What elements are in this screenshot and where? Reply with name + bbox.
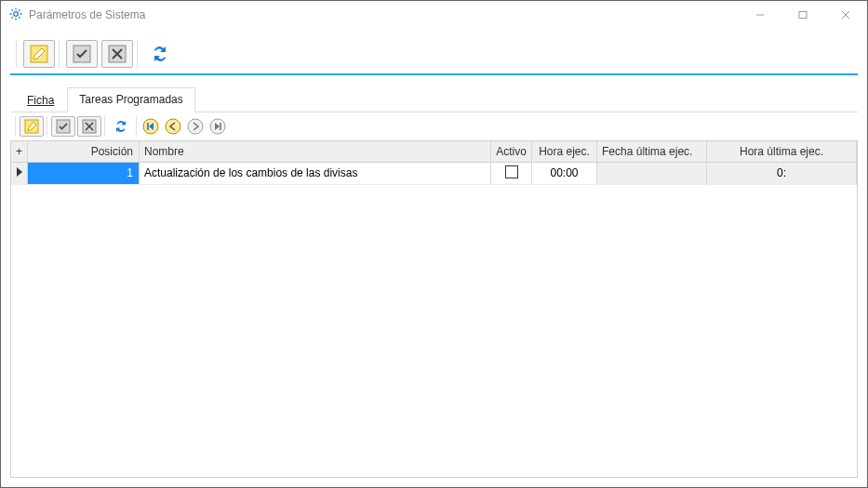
col-posicion[interactable]: Posición (28, 141, 140, 162)
col-hora-ultima[interactable]: Hora última ejec. (707, 141, 857, 162)
window-controls (739, 1, 867, 29)
minimize-button[interactable] (739, 1, 781, 29)
svg-rect-1 (799, 12, 807, 19)
toolbar-separator (137, 40, 139, 68)
tab-tareas[interactable]: Tareas Programadas (67, 87, 194, 112)
col-nombre[interactable]: Nombre (140, 141, 491, 162)
main-toolbar (10, 34, 858, 75)
cell-nombre[interactable]: Actualización de los cambios de las divi… (140, 162, 491, 184)
tab-bar: Ficha Tareas Programadas (10, 75, 858, 112)
toolbar-separator (136, 116, 138, 137)
titlebar: Parámetros de Sistema (1, 1, 867, 29)
window-title: Parámetros de Sistema (29, 8, 145, 21)
svg-point-9 (166, 119, 180, 134)
cell-fecha-ultima (597, 162, 707, 184)
tab-ficha[interactable]: Ficha (16, 89, 65, 112)
cancel-button[interactable] (101, 40, 133, 68)
close-button[interactable] (824, 1, 867, 29)
toolbar-separator (104, 116, 106, 137)
toolbar-separator (16, 40, 18, 68)
grid-empty-area (11, 185, 857, 478)
nav-next-button[interactable] (185, 116, 206, 137)
cell-hora-ejec[interactable]: 00:00 (532, 162, 597, 184)
nav-first-button[interactable] (140, 116, 161, 137)
col-fecha-ultima[interactable]: Fecha última ejec. (597, 141, 707, 162)
row-indicator (11, 162, 28, 184)
sub-edit-button[interactable] (20, 116, 44, 137)
refresh-button[interactable] (144, 40, 176, 68)
toolbar-separator (15, 116, 17, 137)
cell-hora-ultima: 0: (707, 162, 857, 184)
maximize-button[interactable] (781, 1, 824, 29)
svg-point-0 (14, 11, 19, 16)
nav-prev-button[interactable] (163, 116, 183, 137)
sub-confirm-button[interactable] (51, 116, 75, 137)
edit-button[interactable] (23, 40, 55, 68)
sub-toolbar (10, 112, 858, 140)
gear-icon (8, 7, 23, 24)
checkbox-icon[interactable] (505, 165, 518, 178)
toolbar-separator (59, 40, 60, 68)
grid-add-row-button[interactable]: + (11, 141, 28, 162)
sub-refresh-button[interactable] (109, 116, 133, 137)
client-area: Ficha Tareas Programadas (1, 29, 867, 487)
grid: + Posición Nombre Activo Hora ejec. Fech… (10, 140, 858, 478)
svg-point-10 (188, 119, 203, 134)
toolbar-separator (47, 116, 48, 137)
confirm-button[interactable] (66, 40, 98, 68)
table-row[interactable]: 1 Actualización de los cambios de las di… (11, 162, 857, 184)
cell-posicion[interactable]: 1 (28, 162, 140, 184)
grid-header-row: + Posición Nombre Activo Hora ejec. Fech… (11, 141, 857, 162)
nav-last-button[interactable] (207, 116, 228, 137)
cell-activo[interactable] (491, 162, 532, 184)
sub-cancel-button[interactable] (77, 116, 101, 137)
tab-ficha-label: Ficha (27, 94, 54, 107)
col-activo[interactable]: Activo (491, 141, 532, 162)
window: Parámetros de Sistema (0, 0, 868, 488)
col-hora-ejec[interactable]: Hora ejec. (532, 141, 597, 162)
tab-tareas-label: Tareas Programadas (79, 93, 182, 106)
